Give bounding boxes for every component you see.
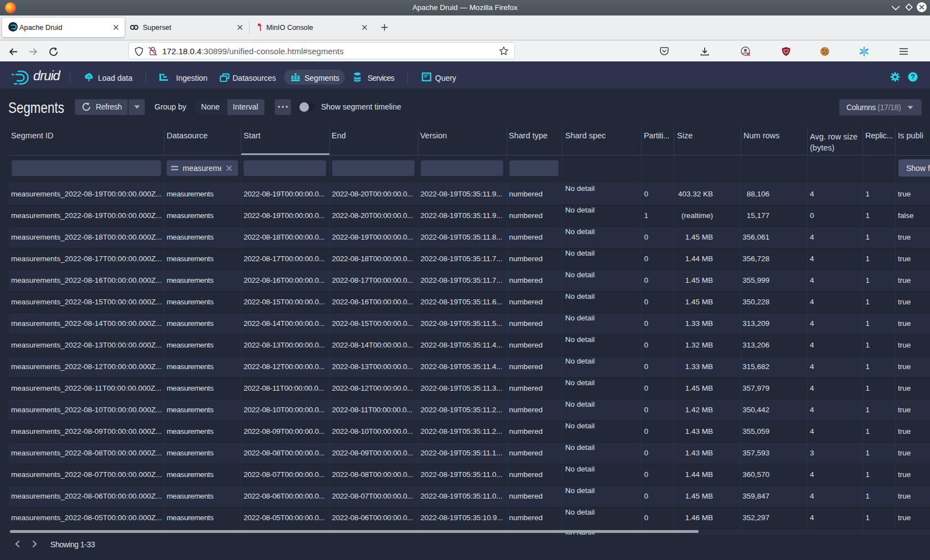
svg-text:?: ? [911, 73, 915, 81]
